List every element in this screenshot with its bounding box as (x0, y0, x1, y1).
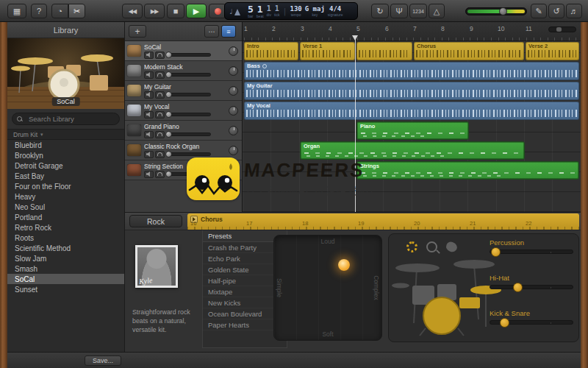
master-volume-slider[interactable] (465, 7, 527, 15)
track-volume-slider[interactable] (168, 152, 211, 156)
xy-pad[interactable]: Loud Soft Simple Complex (273, 235, 382, 341)
track-volume-slider[interactable] (168, 172, 211, 176)
save-button[interactable]: Save... (85, 355, 121, 366)
solo-button[interactable] (155, 111, 165, 118)
region[interactable]: Verse 2 (526, 42, 579, 60)
drum-kit-diagram[interactable] (392, 253, 502, 338)
track-header-row[interactable]: Grand Piano (125, 121, 242, 141)
xy-pad-puck[interactable] (338, 259, 350, 271)
zoom-slider[interactable] (548, 26, 576, 32)
region[interactable]: My Vocal (244, 102, 579, 120)
region[interactable]: Organ (300, 141, 525, 160)
region[interactable]: My Guitar (244, 82, 579, 100)
library-search-input[interactable]: Search Library (12, 113, 120, 125)
solo-button[interactable] (155, 131, 165, 138)
solo-button[interactable] (155, 91, 165, 99)
region[interactable]: Piano (356, 121, 469, 140)
play-button[interactable]: ▶ (186, 4, 207, 18)
mute-button[interactable] (144, 111, 154, 118)
volume-knob[interactable] (165, 171, 172, 177)
solo-button[interactable] (155, 52, 165, 59)
library-list-item[interactable]: Sunset (7, 284, 124, 294)
library-list-item[interactable]: Smash (7, 263, 124, 274)
library-button[interactable]: ▦ (7, 4, 26, 18)
automation-button[interactable]: ⋯ (204, 25, 219, 38)
handclap-icon[interactable] (445, 241, 459, 253)
kit-slider[interactable] (490, 320, 573, 325)
quick-help-button[interactable]: ? (31, 4, 47, 18)
library-list-item[interactable]: Retro Rock (7, 222, 124, 233)
tuner-button[interactable]: Ψ (390, 4, 408, 18)
track-header-row[interactable]: My Guitar (125, 81, 242, 101)
pan-knob[interactable] (229, 106, 238, 116)
region[interactable]: Chorus (414, 42, 524, 60)
mute-button[interactable] (144, 151, 154, 158)
library-list-item[interactable]: Roots (7, 233, 124, 243)
pan-knob[interactable] (229, 66, 238, 76)
drummer-avatar[interactable]: Kyle (135, 245, 178, 288)
pan-knob[interactable] (229, 86, 238, 96)
genre-button[interactable]: Rock (129, 215, 182, 227)
tambourine-icon[interactable] (406, 241, 417, 252)
library-list-item[interactable]: Scientific Method (7, 243, 124, 253)
pan-knob[interactable] (229, 46, 238, 56)
track-header-row[interactable]: SoCal (125, 41, 242, 61)
region[interactable] (356, 42, 412, 60)
library-list-item[interactable]: Four on the Floor (7, 181, 124, 191)
mute-button[interactable] (144, 91, 154, 99)
region[interactable]: Verse 1 (300, 42, 355, 60)
count-in-button[interactable]: 1234 (409, 4, 427, 18)
solo-button[interactable] (155, 171, 165, 178)
add-track-button[interactable]: + (129, 25, 146, 38)
library-list-item[interactable]: Brooklyn (7, 150, 124, 160)
region[interactable]: Strings (356, 161, 579, 180)
region[interactable]: Bass (244, 62, 579, 80)
library-category-header[interactable]: Drum Kit ▾ (7, 129, 124, 140)
playhead[interactable] (355, 35, 356, 212)
section-ruler[interactable]: Chorus 16 17 18 19 20 21 (187, 213, 579, 230)
mute-button[interactable] (144, 131, 154, 138)
volume-knob[interactable] (165, 91, 172, 98)
volume-knob[interactable] (165, 71, 172, 78)
metronome-button[interactable]: △ (429, 4, 445, 18)
library-list-item[interactable]: Neo Soul (7, 202, 124, 212)
pan-knob[interactable] (229, 146, 238, 155)
lcd-display[interactable]: ♩ 5bar 1beat 1div 1tick | 130tempo G maj… (224, 2, 358, 20)
library-list-item[interactable]: East Bay (7, 171, 124, 181)
track-volume-slider[interactable] (168, 132, 211, 136)
track-volume-slider[interactable] (168, 73, 211, 77)
smart-controls-button[interactable]: ◔ (51, 4, 68, 18)
shaker-icon[interactable] (426, 241, 437, 252)
track-volume-slider[interactable] (168, 93, 211, 96)
pan-knob[interactable] (229, 126, 238, 135)
track-volume-slider[interactable] (168, 113, 211, 116)
kit-slider-knob[interactable] (491, 247, 501, 257)
volume-knob[interactable] (165, 151, 172, 158)
region[interactable]: Intro (244, 42, 298, 60)
library-list-item[interactable]: Portland (7, 212, 124, 222)
track-lanes[interactable]: Intro Verse 1 Chorus Verse 2 (243, 41, 581, 212)
volume-knob[interactable] (165, 131, 172, 138)
media-browser-button[interactable]: ♬ (566, 4, 582, 18)
master-volume-knob[interactable] (499, 7, 507, 15)
track-header-row[interactable]: Modern Stack (125, 61, 242, 81)
kit-slider[interactable] (490, 250, 573, 254)
library-list-item[interactable]: Slow Jam (7, 253, 124, 263)
track-mixer-button[interactable]: ≡ (221, 25, 236, 38)
library-list-item[interactable]: Detroit Garage (7, 160, 124, 171)
loop-browser-button[interactable]: ↺ (548, 4, 564, 18)
kit-slider[interactable] (490, 285, 573, 289)
track-header-row[interactable]: My Vocal (125, 101, 242, 121)
library-list-item[interactable]: Bluebird (7, 140, 124, 150)
notepad-button[interactable]: ✎ (531, 4, 547, 18)
track-header-row[interactable]: String Section (125, 160, 242, 180)
track-volume-slider[interactable] (168, 53, 211, 57)
forward-button[interactable]: ▶▶ (144, 4, 165, 18)
rewind-button[interactable]: ◀◀ (122, 4, 143, 18)
editors-button[interactable]: ✂ (68, 4, 85, 18)
library-list-item[interactable]: Heavy (7, 191, 124, 202)
mute-button[interactable] (144, 71, 154, 79)
kit-slider-knob[interactable] (500, 318, 509, 328)
library-list-item[interactable]: SoCal (7, 274, 124, 284)
cycle-button[interactable]: ↻ (371, 4, 389, 18)
